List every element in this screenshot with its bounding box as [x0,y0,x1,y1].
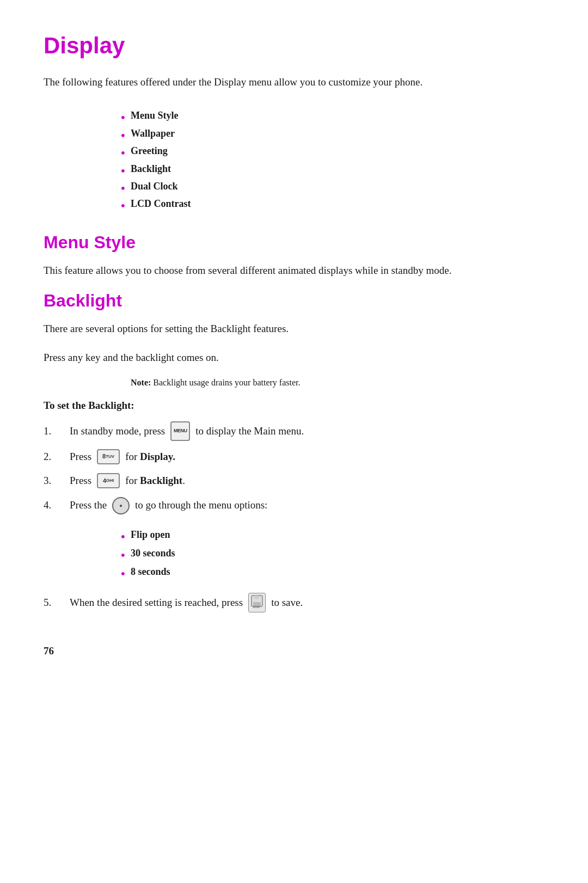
menu-item-backlight: Backlight [131,160,544,177]
menu-item-greeting: Greeting [131,142,544,160]
option-flip-open: Flip open [131,525,544,544]
menu-item-lcd-contrast: LCD Contrast [131,195,544,212]
step-4-text-before: Press the [70,497,107,513]
option-30-seconds: 30 seconds [131,544,544,562]
step-3-text-before: Press [70,473,91,489]
svg-text:END: END [253,605,260,609]
step-number-2: 2. [44,449,63,465]
option-8-seconds: 8 seconds [131,562,544,581]
key-8tuv-icon: 8 TUV [97,449,120,464]
step-4-text-after: to go through the menu options: [135,497,267,513]
step-3-text-after: for Backlight. [125,473,185,489]
menu-item-wallpaper: Wallpaper [131,125,544,142]
intro-paragraph: The following features offered under the… [44,74,490,90]
step-2-content: Press 8 TUV for Display. [70,449,175,465]
backlight-options-list: Flip open 30 seconds 8 seconds [131,525,544,581]
step-number-4: 4. [44,497,63,513]
step-3-content: Press 4 GHI for Backlight. [70,473,185,489]
backlight-heading: Backlight [44,291,544,311]
step-number-5: 5. [44,594,63,611]
step-2-text-before: Press [70,449,91,465]
menu-items-list: Menu Style Wallpaper Greeting Backlight … [131,107,544,212]
step-number-3: 3. [44,473,63,489]
page-number: 76 [44,645,544,657]
menu-item-menu-style: Menu Style [131,107,544,124]
page-title: Display [44,33,544,59]
menu-item-dual-clock: Dual Clock [131,177,544,195]
step-4-content: Press the to go through the menu options… [70,497,267,514]
step-1-text-before: In standby mode, press [70,423,165,439]
backlight-body2: Press any key and the backlight comes on… [44,349,490,366]
step-5-list: 5. When the desired setting is reached, … [44,593,544,612]
menu-style-heading: Menu Style [44,232,544,253]
menu-style-body: This feature allows you to choose from s… [44,262,490,279]
step-1-content: In standby mode, press MENU to display t… [70,421,304,441]
backlight-body1: There are several options for setting th… [44,321,490,337]
set-backlight-label: To set the Backlight: [44,400,544,412]
svg-rect-2 [254,596,259,599]
step-2-text-after: for Display. [125,449,175,465]
step-5-text-after: to save. [271,594,303,611]
save-key-icon: END [248,593,266,612]
key-4ghi-icon: 4 GHI [97,473,120,488]
nav-key-icon [112,497,130,514]
step-number-1: 1. [44,423,63,439]
step-1: 1. In standby mode, press MENU to displa… [44,421,544,441]
step-3: 3. Press 4 GHI for Backlight. [44,473,544,489]
steps-list: 1. In standby mode, press MENU to displa… [44,421,544,514]
step-5-text-before: When the desired setting is reached, pre… [70,594,243,611]
step-5-content: When the desired setting is reached, pre… [70,593,303,612]
menu-key-icon: MENU [170,421,190,441]
note-label: Note: [131,378,151,387]
step-1-text-after: to display the Main menu. [195,423,304,439]
step-2: 2. Press 8 TUV for Display. [44,449,544,465]
note-body: Backlight usage drains your battery fast… [153,378,300,387]
backlight-note: Note: Backlight usage drains your batter… [131,378,501,388]
step-5: 5. When the desired setting is reached, … [44,593,544,612]
step-4: 4. Press the to go through the menu opti… [44,497,544,514]
